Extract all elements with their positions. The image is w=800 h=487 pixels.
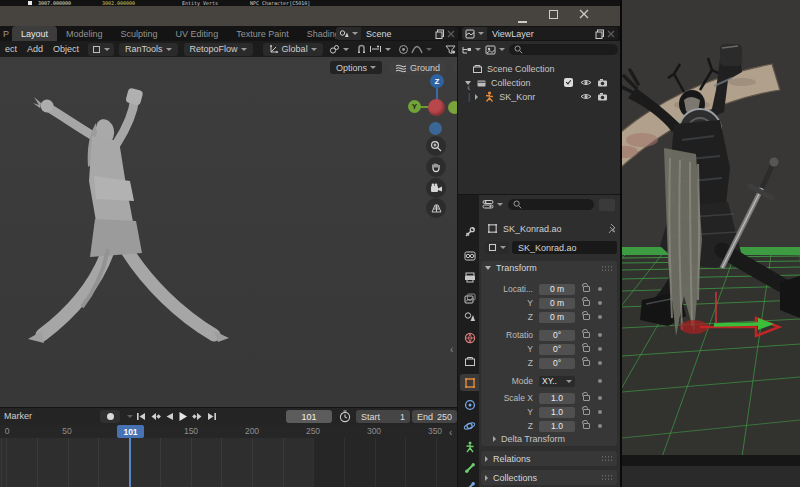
tab-world[interactable] (461, 329, 478, 346)
region-chevron-outliner[interactable]: ‹ (467, 83, 470, 93)
menu-add[interactable]: Add (22, 44, 48, 54)
zoom-button[interactable] (426, 136, 446, 156)
unlink-scene-icon[interactable] (447, 30, 455, 38)
tab-texture-paint[interactable]: Texture Paint (227, 26, 298, 41)
scene-icon[interactable] (336, 27, 361, 40)
tab-view-layer[interactable] (461, 290, 478, 307)
play-button[interactable] (178, 411, 188, 422)
location-x-lock-icon[interactable] (583, 286, 590, 292)
proportional-falloff-dropdown[interactable] (411, 44, 432, 54)
play-reverse-button[interactable] (165, 412, 174, 421)
ortho-toggle-button[interactable] (426, 198, 446, 218)
region-chevron-viewport[interactable]: ‹ (450, 345, 453, 355)
view-object-types-dropdown[interactable] (445, 44, 457, 55)
properties-editor-type-dropdown[interactable] (482, 199, 503, 210)
transform-panel-header[interactable]: Transform (481, 261, 617, 275)
relations-grip-icon[interactable] (601, 455, 613, 462)
collections-panel[interactable]: Collections (481, 470, 617, 485)
outliner-display-mode-dropdown[interactable] (461, 45, 481, 55)
rotation-x-decorator[interactable] (598, 333, 602, 337)
rotation-y-lock-icon[interactable] (583, 346, 590, 352)
viewlayer-selector[interactable]: ViewLayer (462, 27, 618, 40)
outliner-row-collection[interactable]: Collection (458, 76, 620, 89)
start-frame-field[interactable]: Start 1 (356, 410, 410, 423)
scene-name[interactable]: Scene (361, 29, 435, 39)
relations-panel[interactable]: Relations (481, 451, 617, 466)
mode-dropdown[interactable] (88, 43, 114, 56)
rotation-z-decorator[interactable] (598, 361, 602, 365)
rotation-y-field[interactable]: 0° (539, 344, 575, 355)
collection-checkbox[interactable] (564, 78, 573, 87)
playhead-line[interactable] (129, 438, 131, 487)
timeline-ruler[interactable]: 0 50 150 200 250 300 350 101 (0, 425, 457, 438)
properties-search-input[interactable] (508, 199, 594, 210)
gizmo-axis-y[interactable]: Y (408, 100, 421, 113)
retopoflow-dropdown[interactable]: RetopoFlow (184, 43, 253, 56)
scene-selector[interactable]: Scene (336, 27, 458, 40)
object-expand-icon[interactable] (475, 94, 478, 100)
new-scene-icon[interactable] (435, 29, 445, 39)
snap-toggle[interactable] (356, 44, 367, 55)
tab-scene[interactable] (461, 308, 478, 325)
viewlayer-icon[interactable] (462, 27, 487, 40)
tab-tool[interactable] (461, 223, 478, 240)
auto-key-button[interactable] (100, 410, 120, 423)
tab-layout[interactable]: Layout (12, 26, 57, 41)
transform-grip-icon[interactable] (601, 265, 613, 272)
tab-uv-editing[interactable]: UV Editing (167, 26, 228, 41)
next-keyframe-button[interactable] (192, 412, 203, 421)
navigation-gizmo[interactable]: Z Y (398, 73, 457, 143)
end-frame-field[interactable]: End 250 (412, 410, 457, 423)
tab-modeling[interactable]: Modeling (57, 26, 112, 41)
collection-hide-eye-icon[interactable] (580, 78, 592, 87)
snap-target-dropdown[interactable] (369, 44, 391, 54)
scale-z-lock-icon[interactable] (583, 423, 590, 429)
pan-button[interactable] (426, 157, 446, 177)
viewport-3d[interactable]: ect Add Object RanTools RetopoFlow Globa… (0, 41, 457, 407)
orientation-dropdown[interactable]: Global (263, 43, 323, 56)
scale-y-decorator[interactable] (598, 410, 602, 414)
collection-render-camera-icon[interactable] (597, 78, 608, 87)
properties-filter-button[interactable] (599, 199, 615, 211)
camera-view-button[interactable] (426, 178, 446, 198)
location-x-field[interactable]: 0 m (539, 284, 575, 295)
tab-armature-data[interactable] (461, 438, 478, 455)
current-frame-field[interactable]: 101 (286, 410, 332, 423)
collections-grip-icon[interactable] (601, 474, 613, 481)
options-dropdown[interactable]: Options (330, 61, 382, 74)
menu-object[interactable]: Object (48, 44, 84, 54)
rantools-dropdown[interactable]: RanTools (119, 43, 178, 56)
rotation-mode-dropdown[interactable]: XY.. (539, 376, 575, 387)
minimize-button[interactable] (518, 15, 527, 24)
id-name-field[interactable]: SK_Konrad.ao (512, 241, 617, 254)
viewlayer-name[interactable]: ViewLayer (487, 29, 595, 39)
scale-z-field[interactable]: 1.0 (539, 421, 575, 432)
jump-to-end-button[interactable] (207, 412, 217, 421)
rotation-mode-decorator[interactable] (598, 379, 602, 383)
tab-bone-constraints[interactable] (461, 478, 478, 487)
pivot-point-dropdown[interactable] (329, 44, 349, 55)
outliner-row-scene-collection[interactable]: Scene Collection (458, 62, 620, 75)
location-y-decorator[interactable] (598, 301, 602, 305)
scale-z-decorator[interactable] (598, 424, 602, 428)
region-chevron-timeline[interactable]: ‹ (449, 428, 452, 438)
proportional-edit-toggle[interactable] (398, 44, 409, 55)
location-z-lock-icon[interactable] (583, 314, 590, 320)
auto-key-caret-icon[interactable] (127, 415, 133, 418)
marker-menu[interactable]: Marker (4, 411, 32, 421)
location-x-decorator[interactable] (598, 287, 602, 291)
tab-render[interactable] (461, 247, 478, 264)
playhead-frame-badge[interactable]: 101 (117, 425, 144, 438)
tab-sculpting[interactable]: Sculpting (112, 26, 167, 41)
tab-object-props[interactable] (460, 374, 479, 391)
object-hide-eye-icon[interactable] (580, 92, 592, 101)
tab-collection-props[interactable] (461, 353, 478, 370)
location-y-lock-icon[interactable] (583, 300, 590, 306)
scale-y-field[interactable]: 1.0 (539, 407, 575, 418)
tab-partial[interactable]: P (0, 29, 12, 39)
tab-bone[interactable] (461, 459, 478, 476)
location-z-field[interactable]: 0 m (539, 312, 575, 323)
maximize-button[interactable] (549, 10, 558, 19)
gizmo-axis-z-neg[interactable] (429, 122, 442, 135)
outliner-search-input[interactable] (509, 44, 618, 55)
